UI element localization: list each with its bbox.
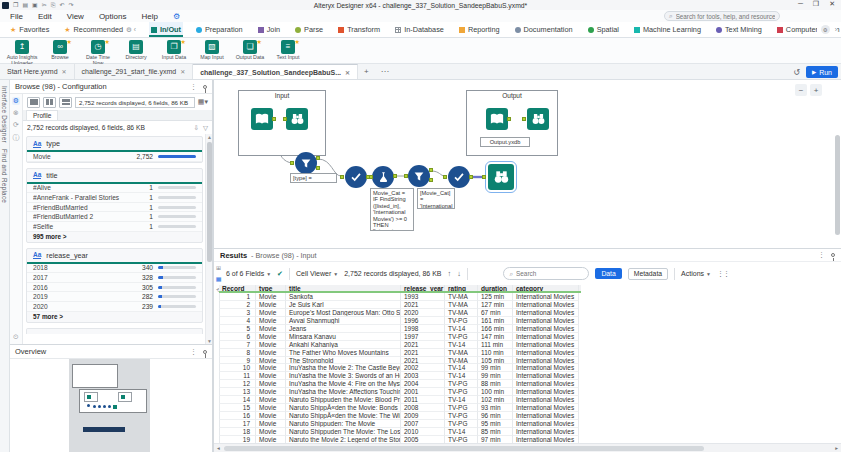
cell-viewer-dropdown[interactable]: Cell Viewer▼ xyxy=(296,270,338,277)
table-row[interactable]: 12 Movie InuYasha the Movie 4: Fire on t… xyxy=(219,380,581,388)
new-workflow-button[interactable]: + xyxy=(358,64,375,79)
table-row[interactable]: 10 Movie InuYasha the Movie 2: The Castl… xyxy=(219,364,581,372)
grid-view-icon[interactable]: ⊞ xyxy=(216,264,221,271)
column-header[interactable]: rating xyxy=(445,285,478,291)
actions-dropdown[interactable]: Actions▼ xyxy=(681,270,711,277)
tool-category-tab[interactable]: Spatial xyxy=(586,22,621,37)
table-row[interactable]: 1 Movie Sankofa 1993 TV-MA 125 min Inter… xyxy=(219,293,581,301)
panel-menu-icon[interactable]: ⋮ xyxy=(190,348,197,356)
help-icon[interactable]: ⊙ xyxy=(13,333,19,341)
document-tab[interactable]: challenge_291_start_file.yxmd ✕ xyxy=(75,64,194,79)
tool-category-tab[interactable]: Parse xyxy=(293,22,325,37)
scrollbar-thumb[interactable] xyxy=(224,446,704,451)
profile-value-row[interactable]: #Alive 1 xyxy=(27,184,202,194)
zoom-out-button[interactable]: − xyxy=(795,84,807,96)
profile-value-row[interactable]: 2017 328 xyxy=(27,273,202,283)
tab-close-icon[interactable]: ✕ xyxy=(345,69,350,76)
select-tool-2[interactable] xyxy=(448,166,470,188)
table-row[interactable]: 11 Movie InuYasha the Movie 3: Swords of… xyxy=(219,372,581,380)
column-header[interactable]: duration xyxy=(478,285,513,291)
results-search-input[interactable] xyxy=(516,270,583,277)
split-horizontal-button[interactable] xyxy=(59,97,72,108)
profile-value-row[interactable]: 2019 282 xyxy=(27,292,202,302)
input-data-tool[interactable] xyxy=(251,108,273,130)
palette-tool[interactable]: ★ ≡ Text Input xyxy=(270,39,306,61)
column-header[interactable]: category xyxy=(513,285,579,291)
tool-category-tab[interactable]: Join xyxy=(256,22,282,37)
table-row[interactable]: 16 Movie Naruto ShippÅ«den the Movie: Th… xyxy=(219,412,581,420)
profile-value-row[interactable]: #FriendButMarried 1 xyxy=(27,203,202,213)
chart-view-icon[interactable]: ▦ xyxy=(216,275,222,282)
palette-tool[interactable]: ▧ Map Input xyxy=(194,39,230,61)
results-horizontal-scrollbar[interactable]: ◂ ▸ xyxy=(214,443,841,452)
table-row[interactable]: 13 Movie InuYasha the Movie: Affections … xyxy=(219,388,581,396)
split-vertical-button[interactable] xyxy=(43,97,56,108)
results-table[interactable]: Recordtypetitlerelease_yearratingduratio… xyxy=(219,285,581,445)
cancel-icon[interactable]: ⊗ xyxy=(13,109,19,117)
table-row[interactable]: 2 Movie Je Suis Karl 2021 TV-MA 127 min … xyxy=(219,301,581,309)
more-values-link[interactable]: 995 more > xyxy=(27,232,202,242)
filter-tool-1[interactable] xyxy=(295,152,317,174)
menu-item[interactable]: File xyxy=(10,12,23,21)
more-values-link[interactable]: 57 more > xyxy=(27,312,202,322)
results-search[interactable]: ⌕ xyxy=(503,267,589,280)
table-row[interactable]: 18 Movie Naruto Shippuden The Movie: The… xyxy=(219,428,581,436)
menu-item[interactable]: Edit xyxy=(38,12,52,21)
tool-category-tab[interactable]: Reporting xyxy=(457,22,502,37)
category-extra-icons[interactable]: ⚙ ‹ xyxy=(126,26,136,34)
palette-tool[interactable]: ▤ Directory xyxy=(118,39,154,61)
tool-category-tab[interactable]: In-Database xyxy=(393,22,446,37)
panel-menu-icon[interactable]: ⋮ xyxy=(190,83,197,91)
tab-close-icon[interactable]: ✕ xyxy=(62,68,67,75)
table-row[interactable]: 4 Movie Avvai Shanmughi 1996 TV-PG 161 m… xyxy=(219,317,581,325)
table-row[interactable]: 9 Movie The Stronghold 2021 TV-MA 105 mi… xyxy=(219,357,581,365)
overview-minimap[interactable] xyxy=(10,359,212,452)
tool-category-tab[interactable]: Machine Learning xyxy=(632,22,703,37)
table-row[interactable]: 7 Movie Ankahi Kahaniya 2021 TV-14 111 m… xyxy=(219,341,581,349)
profile-value-row[interactable]: #FriendButMarried 2 1 xyxy=(27,212,202,222)
tool-category-tab[interactable]: Transform xyxy=(336,22,382,37)
run-button[interactable]: ▶ Run xyxy=(806,66,838,78)
document-tab[interactable]: Start Here.yxmd ✕ xyxy=(0,64,75,79)
scroll-bottom-icon[interactable]: ↓ xyxy=(457,269,461,278)
browse-tool-selected[interactable] xyxy=(488,164,514,190)
filter-icon[interactable]: ▽ xyxy=(203,124,208,132)
apply-check-icon[interactable]: ✔ xyxy=(277,270,283,278)
profile-cards-scroll[interactable]: Aa type Movie 2,752 xyxy=(23,134,205,344)
table-row[interactable]: 17 Movie Naruto Shippuden: The Movie 200… xyxy=(219,420,581,428)
tool-category-tab[interactable]: Preparation xyxy=(194,22,245,37)
column-header[interactable]: release_year xyxy=(401,285,445,291)
tool-category-tab[interactable]: Recommended ⚙ ‹ xyxy=(62,22,138,37)
panel-pin-icon[interactable] xyxy=(203,350,207,354)
category-settings-icon[interactable]: ⚙ xyxy=(821,25,830,34)
browse-tool-output[interactable] xyxy=(527,108,549,130)
browse-tool-input[interactable] xyxy=(286,108,308,130)
table-row[interactable]: 6 Movie Minsara Kanavu 1997 TV-PG 147 mi… xyxy=(219,333,581,341)
profile-value-row[interactable]: 2016 305 xyxy=(27,283,202,293)
settings-gear-icon[interactable]: ⚙ xyxy=(173,12,180,21)
panel-menu-icon[interactable]: ⋮ xyxy=(818,251,825,259)
menu-item[interactable]: View xyxy=(67,12,84,21)
table-row[interactable]: 14 Movie Naruto Shippuden the Movie: Blo… xyxy=(219,396,581,404)
tool-category-tab[interactable]: Text Mining xyxy=(714,22,764,37)
profile-value-row[interactable]: #AnneFrank - Parallel Stories 1 xyxy=(27,193,202,203)
download-icon[interactable]: ⇩ xyxy=(194,124,199,132)
profile-value-row[interactable]: Movie 2,752 xyxy=(27,152,202,162)
document-tab[interactable]: challenge_337_Solution_SandeepBabuS... ✕ xyxy=(193,64,358,79)
dock-tab[interactable]: Find and Replace xyxy=(1,149,8,203)
filter-tool-2[interactable] xyxy=(408,165,430,187)
tool-category-tab[interactable]: Documentation xyxy=(513,22,575,37)
config-scrollbar[interactable]: ▲ ▼ xyxy=(205,134,212,344)
menu-item[interactable]: Options xyxy=(99,12,127,21)
scroll-left-icon[interactable]: ◂ xyxy=(217,445,220,451)
palette-tool[interactable]: ↥ Auto Insights Uploader xyxy=(4,39,40,66)
column-header[interactable]: type xyxy=(256,285,286,291)
palette-tool[interactable]: ★ ❐ Input Data xyxy=(156,39,192,61)
close-button[interactable]: ✕ xyxy=(829,0,835,8)
profile-value-row[interactable]: #Selfie 1 xyxy=(27,222,202,232)
minimize-button[interactable]: ─ xyxy=(798,0,803,8)
filter2-annotation[interactable]: [Movie_Cat] = 'International Movies' xyxy=(417,188,455,209)
filter1-annotation[interactable]: [type] = "Movie"... xyxy=(290,173,337,183)
maximize-button[interactable]: ❐ xyxy=(813,0,819,8)
table-options-dropdown[interactable]: ▦▾ xyxy=(198,98,208,106)
